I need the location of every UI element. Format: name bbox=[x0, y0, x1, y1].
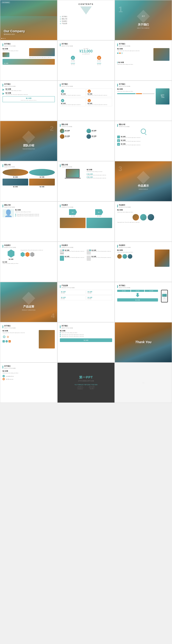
mini-grid: 输入标题 输入标题 输入标题 bbox=[117, 290, 158, 292]
gear-text: 输入标题 Copy paste fonts. Choose the style … bbox=[2, 330, 38, 348]
search-circle bbox=[141, 129, 146, 134]
prod-title-3: 输入标题 bbox=[61, 297, 85, 298]
nav-dot bbox=[1, 38, 2, 39]
plist-text-1: Copy paste fonts. Choose the style optio… bbox=[17, 214, 39, 215]
nav-dot bbox=[4, 38, 5, 39]
team-role-2: 输入标题 bbox=[92, 131, 96, 132]
photo-rect-4 bbox=[29, 178, 55, 186]
header-text: 产品运营 PRODUCT STYLE NAME bbox=[62, 284, 75, 288]
slide-team2: 团队介绍 TEAM STYLE NAME ♪ 输入标题 Copy paste f… bbox=[115, 121, 172, 161]
phone-content: 输入标题 输入标题 输入标题 输入标题 bbox=[117, 290, 170, 302]
price-block: 输入标题 ¥13,000 输入标题内容说明 bbox=[79, 48, 93, 54]
team-item-3: 输入标题 输入标题 bbox=[60, 134, 86, 139]
gear-main-img bbox=[39, 330, 55, 348]
slide-header: 关于我们 ABOUT STYLE NAME bbox=[2, 83, 55, 87]
header-bar bbox=[2, 204, 3, 208]
list-icon-2: ▶ bbox=[117, 139, 120, 142]
works5-text: 输入标题 Unified fonts make reading more flu… bbox=[117, 250, 154, 267]
contact-info-1: example@mail.com bbox=[6, 376, 14, 377]
slide-header: 关于我们 ABOUT STYLE NAME bbox=[2, 325, 55, 329]
product-grid: 输入标题 输入标题 输入标题 输入标题 输入标题 输入标题 输入标题 输入标题 bbox=[60, 290, 112, 300]
slide-header: 团队介绍 TEAM STYLE NAME bbox=[60, 123, 112, 127]
phone-text: 输入标题 输入标题 输入标题 输入标题 bbox=[117, 290, 158, 302]
slide-team5: 团队介绍 TEAM STYLE NAME 👤 输入标题 Unified font… bbox=[0, 202, 57, 242]
section-text: Unified fonts make reading more fluent. bbox=[117, 91, 155, 92]
dot-3 bbox=[121, 52, 123, 54]
team-item-1: 输入标题 输入标题 bbox=[60, 129, 86, 133]
pent-1: 输入 输入标题 bbox=[69, 209, 77, 216]
prod-item-1: 输入标题 输入标题 bbox=[60, 290, 86, 294]
price-value: ¥13,000 bbox=[79, 49, 93, 54]
section2-content: 团队介绍 TEAM INTRODUCTION bbox=[22, 132, 35, 150]
sub-text-2: Copy paste fonts. Choose the style optio… bbox=[87, 178, 112, 178]
slide-section3: 3 作品展示 WORKS DISPLAY bbox=[115, 161, 172, 202]
contents-item-2: 2 团队介绍 bbox=[60, 18, 112, 20]
file-corner-2 bbox=[89, 250, 91, 251]
slide-header: 关于我们 ABOUT STYLE NAME bbox=[117, 284, 170, 288]
slide-works4: 作品展示 WORKS STYLE NAME 输入标题 Copy paste fo… bbox=[57, 242, 115, 282]
ty-content: Thank You bbox=[135, 340, 152, 345]
prod-item-3: 输入标题 输入标题 bbox=[60, 296, 86, 300]
plist-item-2: Copy paste fonts. Choose the style optio… bbox=[15, 215, 55, 216]
slide-section4: 4 产品运营 PRODUCT OPERATIONS bbox=[0, 282, 57, 322]
circle-icon-1: ● bbox=[71, 56, 75, 60]
photo-label-3: 输入标题 bbox=[2, 186, 28, 187]
icon-item-1: ● 输入标题 bbox=[71, 56, 75, 62]
header-bar bbox=[60, 44, 61, 46]
ty-title: Thank You bbox=[135, 340, 152, 344]
file-icon-1 bbox=[60, 250, 64, 254]
section-title: 输入标题 bbox=[117, 88, 155, 90]
contents-label-4: 产品运营 bbox=[62, 23, 67, 24]
section3-sub: WORKS DISPLAY bbox=[138, 188, 149, 190]
box-text: Unified fonts make reading more fluent. bbox=[4, 100, 53, 101]
teal-cta: 输入标题 bbox=[60, 338, 112, 342]
slide-header: 作品展示 WORKS STYLE NAME bbox=[117, 244, 170, 248]
bottom-label-2: XXXXX 输入内容 bbox=[97, 62, 101, 65]
price-display: 输入标题 ¥13,000 输入标题内容说明 bbox=[60, 48, 112, 54]
works5-title: 输入标题 bbox=[117, 250, 154, 251]
logo-area: Our Company bbox=[1, 2, 10, 4]
file-icon-2 bbox=[87, 250, 91, 254]
team-info-4: 输入标题 输入标题 bbox=[92, 135, 96, 138]
slide-team1: 团队介绍 TEAM STYLE NAME 输入标题 输入标题 输入标题 输入标题 bbox=[57, 121, 115, 161]
content-row: 输入标题 Copy paste fonts. Choose the style … bbox=[117, 48, 170, 61]
item-icon-4: ★ bbox=[87, 99, 91, 102]
slide-about-gear: 关于我们 ABOUT STYLE NAME 输入标题 Copy paste fo… bbox=[0, 322, 57, 362]
grid-item-1: ● 输入标题 Copy paste fonts. Choose the styl… bbox=[60, 88, 86, 97]
header-bar bbox=[60, 124, 61, 127]
slide-works1: 作品展示 WORKS STYLE NAME 输入 输入标题 输入 输入标题 bbox=[57, 202, 115, 242]
nav-dot bbox=[3, 38, 4, 39]
section4-bg-num: 4 bbox=[51, 312, 55, 320]
header-bar bbox=[60, 84, 61, 86]
photo-item-3: 输入标题 bbox=[2, 178, 28, 187]
brand-col-2: 不定期以下列进行更新 weibo.com/1pptweixin: 1pptcom… bbox=[86, 384, 97, 390]
icon-label-1: 输入标题 bbox=[71, 60, 75, 62]
bottom-img: 输入标题 bbox=[2, 59, 55, 65]
section2-diamond bbox=[22, 130, 35, 144]
slide-header: 关于我们 ABOUT STYLE NAME bbox=[60, 325, 112, 329]
bar-gray bbox=[142, 93, 155, 94]
grid-item-2: ◈ 输入标题 Copy paste fonts. Choose the styl… bbox=[86, 88, 112, 97]
item-title-4: 输入标题 bbox=[87, 103, 111, 104]
gear-title: 输入标题 bbox=[2, 330, 38, 332]
gear-content: 输入标题 Copy paste fonts. Choose the style … bbox=[2, 330, 55, 348]
circle-2 bbox=[122, 254, 127, 259]
works2-text-2: Copy paste fonts. Choose the style optio… bbox=[117, 222, 170, 223]
brand-desc-block: 可以下列网站进行下载 www.1ppt.comwww.pptstore.netw… bbox=[75, 384, 97, 390]
works5-content: 输入标题 Unified fonts make reading more flu… bbox=[117, 250, 170, 267]
file-desc-4: Copy paste fonts. Choose the style optio… bbox=[91, 257, 111, 258]
contents-num-4: 4 bbox=[60, 23, 61, 24]
small-hexes bbox=[21, 252, 55, 257]
small-hex-2 bbox=[25, 252, 30, 257]
slide-header: 团队介绍 TEAM STYLE NAME bbox=[117, 123, 170, 127]
dot-1 bbox=[117, 52, 119, 54]
photo-label-2: 输入标题 bbox=[29, 176, 55, 178]
header-text: 团队介绍 TEAM STYLE NAME bbox=[62, 164, 72, 168]
file-corner-1 bbox=[63, 250, 64, 251]
bottom-title: 输入标题 bbox=[117, 62, 170, 63]
laptop-base bbox=[65, 178, 81, 179]
file-desc-1: Copy paste fonts. Choose the style optio… bbox=[65, 251, 85, 252]
work-img-1 bbox=[60, 218, 86, 228]
phone-button bbox=[164, 297, 165, 298]
circle-img-3 bbox=[148, 214, 154, 220]
